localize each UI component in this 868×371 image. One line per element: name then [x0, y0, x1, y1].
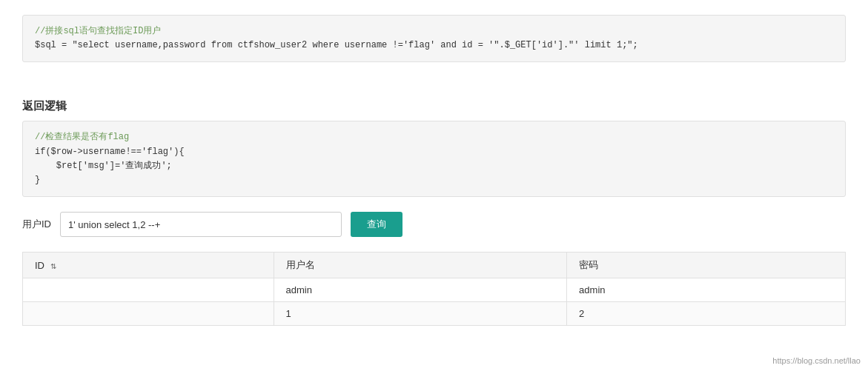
code-line-if: if($row->username!=='flag'){ — [35, 145, 833, 159]
table-row: adminadmin — [23, 278, 846, 302]
code-line-close: } — [35, 173, 833, 187]
table-header-row: ID ⇅ 用户名 密码 — [23, 253, 846, 278]
query-input[interactable] — [60, 212, 342, 237]
code-comment-1: //拼接sql语句查找指定ID用户 — [35, 24, 833, 39]
section-title: 返回逻辑 — [22, 99, 846, 113]
cell-password: 2 — [567, 302, 846, 326]
cell-id — [23, 302, 274, 326]
cell-username: admin — [274, 278, 567, 302]
sort-icon[interactable]: ⇅ — [50, 262, 56, 270]
cell-id — [23, 278, 274, 302]
result-table: ID ⇅ 用户名 密码 adminadmin12 — [22, 252, 846, 326]
col-password-header: 密码 — [567, 253, 846, 278]
code-comment-2: //检查结果是否有flag — [35, 130, 833, 144]
query-row: 用户ID 查询 — [22, 212, 846, 237]
code-line-sql: $sql = "select username,password from ct… — [35, 39, 833, 53]
col-username-header: 用户名 — [274, 253, 567, 278]
page-container: //拼接sql语句查找指定ID用户 $sql = "select usernam… — [0, 0, 868, 341]
code-block-sql: //拼接sql语句查找指定ID用户 $sql = "select usernam… — [22, 15, 846, 62]
table-row: 12 — [23, 302, 846, 326]
query-button[interactable]: 查询 — [351, 212, 402, 237]
col-id-header: ID ⇅ — [23, 253, 274, 278]
code-block-logic: //检查结果是否有flag if($row->username!=='flag'… — [22, 121, 846, 197]
cell-password: admin — [567, 278, 846, 302]
query-label: 用户ID — [22, 218, 51, 231]
code-line-ret: $ret['msg']='查询成功'; — [35, 159, 833, 173]
cell-username: 1 — [274, 302, 567, 326]
